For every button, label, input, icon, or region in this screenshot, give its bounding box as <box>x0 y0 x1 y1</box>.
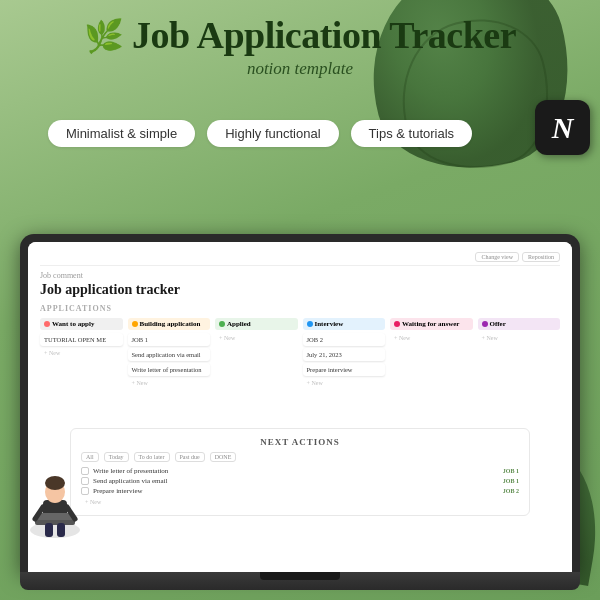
notion-logo: N <box>535 100 590 155</box>
title-row: 🌿 Job Application Tracker <box>0 15 600 57</box>
screen-breadcrumb: Job comment <box>40 271 560 280</box>
action-item-1: Send application via email JOB 1 <box>81 477 519 485</box>
dot-building <box>132 321 138 327</box>
filter-past-due[interactable]: Past due <box>175 452 205 462</box>
building-add[interactable]: + New <box>128 378 211 388</box>
next-actions-title: NEXT ACTIONS <box>81 437 519 447</box>
kanban-card-letter: Write letter of presentation <box>128 363 211 376</box>
tag-functional: Highly functional <box>207 120 338 147</box>
action-tag-0: JOB 1 <box>503 468 519 474</box>
svg-rect-9 <box>57 523 65 537</box>
header: 🌿 Job Application Tracker notion templat… <box>0 15 600 79</box>
filter-later[interactable]: To do later <box>134 452 170 462</box>
offer-add[interactable]: + New <box>478 333 561 343</box>
subtitle: notion template <box>0 59 600 79</box>
dot-interview <box>307 321 313 327</box>
reposition-btn[interactable]: Reposition <box>522 252 560 262</box>
kanban-header-waiting: Waiting for answer <box>390 318 473 330</box>
interview-label: Interview <box>315 320 344 328</box>
action-label-2: Prepare interview <box>93 487 143 495</box>
kanban-board: Want to apply TUTORIAL OPEN ME + New Bui… <box>40 318 560 418</box>
action-tag-1: JOB 1 <box>503 478 519 484</box>
action-label-1: Send application via email <box>93 477 167 485</box>
dot-offer <box>482 321 488 327</box>
next-actions-filters: All Today To do later Past due DONE <box>81 452 519 462</box>
kanban-header-building: Building application <box>128 318 211 330</box>
kanban-card-job2: JOB 2 <box>303 333 386 346</box>
main-title: Job Application Tracker <box>132 15 516 57</box>
applications-label: APPLICATIONS <box>40 304 560 313</box>
waiting-add[interactable]: + New <box>390 333 473 343</box>
header-icon: 🌿 <box>84 17 124 55</box>
kanban-header-want: Want to apply <box>40 318 123 330</box>
want-add[interactable]: + New <box>40 348 123 358</box>
dot-waiting <box>394 321 400 327</box>
kanban-header-offer: Offer <box>478 318 561 330</box>
svg-rect-5 <box>37 513 73 520</box>
want-label: Want to apply <box>52 320 94 328</box>
kanban-col-building: Building application JOB 1 Send applicat… <box>128 318 211 418</box>
notion-logo-letter: N <box>552 111 574 145</box>
action-tag-2: JOB 2 <box>503 488 519 494</box>
actions-add[interactable]: + New <box>81 497 519 507</box>
laptop-screen-outer: Change view Reposition Job comment Job a… <box>20 234 580 572</box>
dot-applied <box>219 321 225 327</box>
kanban-card-send: Send application via email <box>128 348 211 361</box>
kanban-col-want: Want to apply TUTORIAL OPEN ME + New <box>40 318 123 418</box>
person-illustration <box>15 445 95 545</box>
screen-title: Job application tracker <box>40 282 560 298</box>
tag-minimalist: Minimalist & simple <box>48 120 195 147</box>
kanban-card-prepare: Prepare interview <box>303 363 386 376</box>
laptop: Change view Reposition Job comment Job a… <box>20 234 580 590</box>
dot-want <box>44 321 50 327</box>
tags-row: Minimalist & simple Highly functional Ti… <box>0 120 520 147</box>
filter-done[interactable]: DONE <box>210 452 237 462</box>
screen-content: Change view Reposition Job comment Job a… <box>28 242 572 572</box>
next-actions-box: NEXT ACTIONS All Today To do later Past … <box>70 428 530 516</box>
change-view-btn[interactable]: Change view <box>475 252 519 262</box>
kanban-col-offer: Offer + New <box>478 318 561 418</box>
kanban-card-job1: JOB 1 <box>128 333 211 346</box>
laptop-notch <box>260 572 340 580</box>
kanban-col-interview: Interview JOB 2 July 21, 2023 Prepare in… <box>303 318 386 418</box>
action-label-0: Write letter of presentation <box>93 467 168 475</box>
svg-rect-8 <box>45 523 53 537</box>
applied-add[interactable]: + New <box>215 333 298 343</box>
waiting-label: Waiting for answer <box>402 320 459 328</box>
svg-point-3 <box>45 476 65 490</box>
laptop-base <box>20 572 580 590</box>
filter-today[interactable]: Today <box>104 452 129 462</box>
kanban-card-date: July 21, 2023 <box>303 348 386 361</box>
interview-add[interactable]: + New <box>303 378 386 388</box>
kanban-header-applied: Applied <box>215 318 298 330</box>
screen-topbar: Change view Reposition <box>40 252 560 266</box>
kanban-col-waiting: Waiting for answer + New <box>390 318 473 418</box>
laptop-screen-inner: Change view Reposition Job comment Job a… <box>28 242 572 572</box>
action-item-2: Prepare interview JOB 2 <box>81 487 519 495</box>
action-item-0: Write letter of presentation JOB 1 <box>81 467 519 475</box>
applied-label: Applied <box>227 320 251 328</box>
tag-tips: Tips & tutorials <box>351 120 473 147</box>
offer-label: Offer <box>490 320 506 328</box>
kanban-header-interview: Interview <box>303 318 386 330</box>
building-label: Building application <box>140 320 201 328</box>
kanban-card-tutorial: TUTORIAL OPEN ME <box>40 333 123 346</box>
kanban-col-applied: Applied + New <box>215 318 298 418</box>
